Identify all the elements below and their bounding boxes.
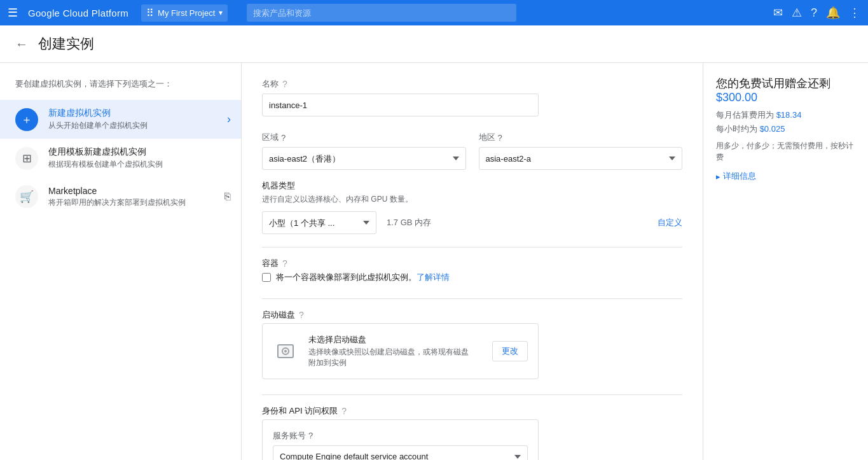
boot-disk-help-icon[interactable]: ? [299, 310, 304, 320]
name-input[interactable] [262, 94, 539, 116]
template-vm-icon: ⊞ [15, 147, 38, 170]
marketplace-icon: 🛒 [15, 185, 38, 208]
marketplace-subtitle: 将开箱即用的解决方案部署到虚拟机实例 [48, 197, 186, 208]
sidebar-item-marketplace[interactable]: 🛒 Marketplace 将开箱即用的解决方案部署到虚拟机实例 ⎘ [0, 178, 241, 216]
cost-monthly: 每月估算费用为 $18.34 [716, 109, 855, 121]
template-vm-subtitle: 根据现有模板创建单个虚拟机实例 [48, 159, 163, 170]
top-navigation: ☰ Google Cloud Platform ⠿ My First Proje… [0, 0, 868, 25]
boot-disk-desc: 选择映像或快照以创建启动磁盘，或将现有磁盘附加到实例 [308, 347, 485, 368]
region-help-icon[interactable]: ? [281, 133, 286, 143]
template-vm-title: 使用模板新建虚拟机实例 [48, 146, 163, 158]
region-zone-row: 区域 ? asia-east2（香港）us-central1（爱荷华）europ… [262, 132, 682, 170]
name-label: 名称 [262, 78, 279, 90]
identity-label: 身份和 API 访问权限 [262, 405, 338, 417]
project-dots-icon: ⠿ [146, 7, 154, 19]
notification-icon[interactable]: 🔔 [826, 6, 840, 20]
service-account-label: 服务账号 [273, 430, 306, 442]
project-chevron-icon: ▾ [219, 8, 223, 17]
service-account-help-icon[interactable]: ? [308, 431, 313, 440]
region-select[interactable]: asia-east2（香港）us-central1（爱荷华）europe-wes… [262, 147, 466, 170]
container-checkbox-label: 将一个容器映像部署到此虚拟机实例。了解详情 [276, 272, 450, 283]
boot-disk-card: 未选择启动磁盘 选择映像或快照以创建启动磁盘，或将现有磁盘附加到实例 更改 [262, 323, 539, 379]
alert-icon[interactable]: ⚠ [792, 6, 802, 20]
machine-type-title: 机器类型 [262, 180, 682, 192]
project-name: My First Project [158, 8, 215, 18]
zone-label: 地区 [479, 132, 495, 143]
sidebar-intro: 要创建虚拟机实例，请选择下列选项之一： [0, 73, 241, 100]
left-sidebar: 要创建虚拟机实例，请选择下列选项之一： ＋ 新建虚拟机实例 从头开始创建单个虚拟… [0, 63, 242, 460]
more-icon[interactable]: ⋮ [849, 6, 860, 20]
container-section: 容器 ? 将一个容器映像部署到此虚拟机实例。了解详情 [262, 258, 682, 283]
deploy-icon: ⎘ [224, 191, 231, 202]
machine-memory-info: 1.7 GB 内存 [387, 217, 431, 228]
hourly-label: 每小时约为 [716, 124, 757, 134]
cost-details-link[interactable]: ▸ 详细信息 [716, 171, 855, 182]
boot-disk-title: 未选择启动磁盘 [308, 334, 485, 345]
machine-type-desc: 进行自定义以选择核心、内存和 GPU 数量。 [262, 194, 682, 205]
zone-help-icon[interactable]: ? [498, 133, 502, 143]
cost-title: 您的免费试用赠金还剩 $300.00 [716, 76, 855, 104]
help-icon[interactable]: ? [811, 6, 817, 20]
page-header: ← 创建实例 [0, 25, 868, 63]
zone-col: 地区 ? asia-east2-aasia-east2-basia-east2-… [479, 132, 683, 170]
cost-hourly: 每小时约为 $0.025 [716, 123, 855, 135]
identity-box: 服务账号 ? Compute Engine default service ac… [262, 419, 539, 460]
details-label: 详细信息 [723, 171, 756, 182]
identity-section: 身份和 API 访问权限 ? 服务账号 ? Compute Engine def… [262, 405, 682, 460]
main-form: 名称 ? 区域 ? asia-east2（香港）us-central1（爱荷华）… [242, 63, 703, 460]
new-vm-subtitle: 从头开始创建单个虚拟机实例 [48, 120, 148, 131]
container-help-icon[interactable]: ? [282, 258, 287, 268]
container-checkbox-row: 将一个容器映像部署到此虚拟机实例。了解详情 [262, 272, 682, 283]
brand-label: Google Cloud Platform [28, 8, 128, 18]
container-learn-link[interactable]: 了解详情 [417, 272, 450, 282]
service-account-select[interactable]: Compute Engine default service account [273, 445, 528, 460]
cost-sidebar: 您的免费试用赠金还剩 $300.00 每月估算费用为 $18.34 每小时约为 … [703, 63, 868, 460]
cost-note: 用多少，付多少；无需预付费用，按秒计费 [716, 140, 855, 163]
region-label: 区域 [262, 132, 279, 143]
region-col: 区域 ? asia-east2（香港）us-central1（爱荷华）europ… [262, 132, 466, 170]
new-vm-title: 新建虚拟机实例 [48, 108, 148, 119]
boot-disk-icon [273, 338, 298, 364]
cost-title-text: 您的免费试用赠金还剩 [716, 77, 830, 90]
mail-icon[interactable]: ✉ [773, 6, 783, 20]
back-button[interactable]: ← [15, 37, 28, 52]
boot-disk-label: 启动磁盘 [262, 309, 295, 321]
details-icon: ▸ [716, 172, 720, 181]
machine-type-select[interactable]: 小型（1 个共享 ... [262, 211, 376, 234]
marketplace-title: Marketplace [48, 186, 186, 196]
monthly-label: 每月估算费用为 [716, 110, 774, 120]
boot-disk-section: 启动磁盘 ? 未选择启动磁盘 选择映像或快照以创建启动磁盘，或将现有磁盘附加到实… [262, 309, 682, 379]
container-label: 容器 [262, 258, 279, 269]
change-boot-disk-button[interactable]: 更改 [492, 341, 528, 361]
cost-amount: $300.00 [716, 91, 757, 104]
zone-select[interactable]: asia-east2-aasia-east2-basia-east2-c [479, 147, 683, 170]
page-title: 创建实例 [38, 34, 94, 53]
search-input[interactable] [247, 4, 516, 22]
customize-link[interactable]: 自定义 [658, 217, 682, 228]
menu-icon[interactable]: ☰ [8, 6, 18, 20]
name-help-icon[interactable]: ? [282, 79, 287, 89]
name-section: 名称 ? [262, 78, 682, 116]
sidebar-item-new-vm[interactable]: ＋ 新建虚拟机实例 从头开始创建单个虚拟机实例 › [0, 100, 241, 139]
sidebar-item-template-vm[interactable]: ⊞ 使用模板新建虚拟机实例 根据现有模板创建单个虚拟机实例 [0, 139, 241, 178]
new-vm-chevron-icon: › [227, 113, 231, 126]
project-selector[interactable]: ⠿ My First Project ▾ [141, 4, 228, 22]
container-checkbox[interactable] [262, 273, 271, 282]
new-vm-icon: ＋ [15, 108, 38, 131]
machine-type-section: 机器类型 进行自定义以选择核心、内存和 GPU 数量。 小型（1 个共享 ...… [262, 180, 682, 234]
hourly-value: $0.025 [760, 124, 785, 134]
svg-point-2 [284, 350, 287, 352]
nav-icons: ✉ ⚠ ? 🔔 ⋮ [773, 6, 860, 20]
identity-help-icon[interactable]: ? [341, 406, 347, 416]
monthly-value: $18.34 [776, 110, 802, 120]
